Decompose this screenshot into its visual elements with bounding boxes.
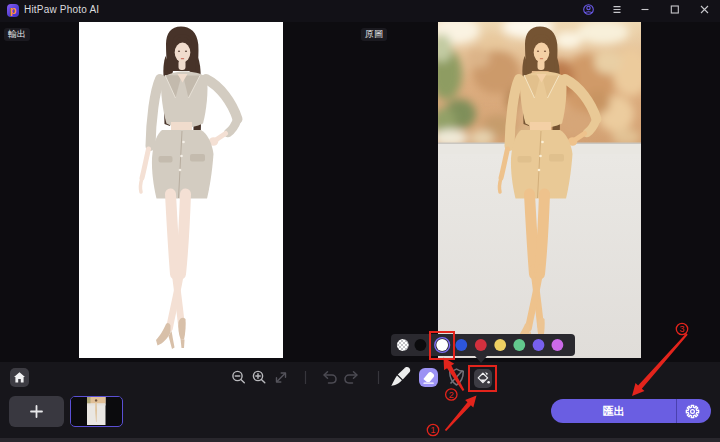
svg-text:3: 3 [679,324,684,334]
